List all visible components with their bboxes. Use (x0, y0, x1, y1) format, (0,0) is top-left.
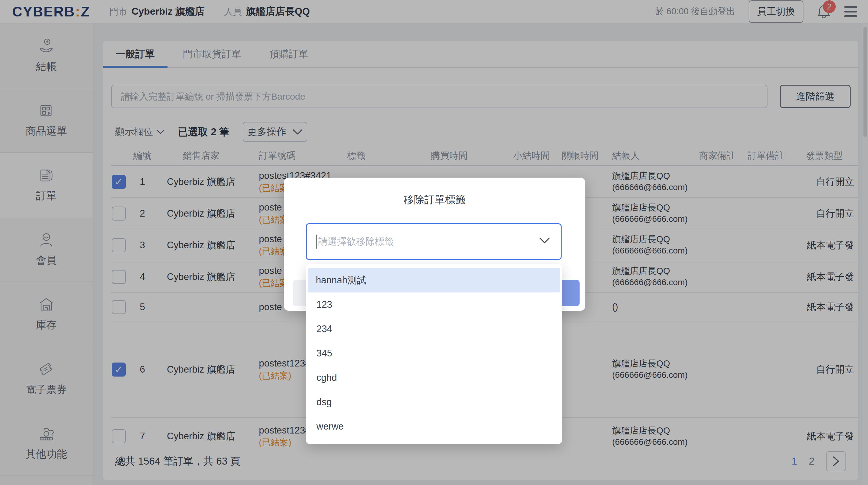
tag-options-dropdown: hannah測試 123 234 345 cghd dsg werwe (306, 264, 562, 444)
tag-option[interactable]: 123 (307, 293, 561, 317)
app-root: CYBERB:Z 門市 Cyberbiz 旗艦店 人員 旗艦店店長QQ 於 60… (0, 0, 868, 485)
tag-option[interactable]: dsg (307, 390, 561, 414)
tag-option-highlighted[interactable]: hannah測試 (308, 268, 560, 293)
tag-option[interactable]: 345 (307, 341, 561, 366)
chevron-down-icon (539, 237, 550, 244)
modal-title: 移除訂單標籤 (284, 193, 585, 207)
tag-option[interactable]: 234 (307, 317, 561, 341)
tag-select-input[interactable]: 請選擇欲移除標籤 (306, 223, 562, 260)
tag-select-placeholder: 請選擇欲移除標籤 (318, 235, 394, 248)
text-caret (316, 235, 317, 249)
tag-option[interactable]: werwe (307, 414, 561, 439)
tag-option[interactable]: cghd (307, 366, 561, 390)
